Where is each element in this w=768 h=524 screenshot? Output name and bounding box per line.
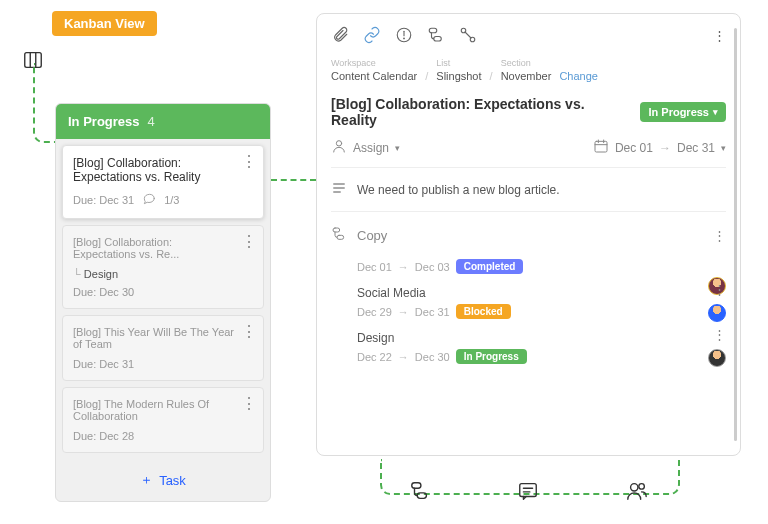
calendar-icon bbox=[593, 138, 609, 157]
subtask-menu-icon[interactable]: ⋮ bbox=[713, 327, 726, 342]
chevron-down-icon: ▾ bbox=[395, 143, 400, 153]
task-card[interactable]: [Blog] This Year Will Be The Year of Tea… bbox=[62, 315, 264, 381]
avatar[interactable] bbox=[708, 304, 726, 322]
task-card[interactable]: [Blog] The Modern Rules Of Collaboration… bbox=[62, 387, 264, 453]
card-menu-icon[interactable]: ⋮ bbox=[241, 396, 257, 412]
card-due: Due: Dec 28 bbox=[73, 430, 134, 442]
subtask-item[interactable]: Dec 01 → Dec 03 Completed bbox=[331, 253, 726, 280]
column-count: 4 bbox=[148, 114, 155, 129]
svg-rect-11 bbox=[595, 141, 607, 152]
assign-label: Assign bbox=[353, 141, 389, 155]
svg-rect-21 bbox=[417, 493, 426, 499]
add-task-button[interactable]: ＋ Task bbox=[56, 459, 270, 501]
subtask-title: Social Media bbox=[357, 286, 726, 300]
subtask-title: Design bbox=[357, 331, 726, 345]
assign-button[interactable]: Assign ▾ bbox=[331, 138, 400, 157]
date-end: Dec 31 bbox=[677, 141, 715, 155]
card-title: [Blog] The Modern Rules Of Collaboration bbox=[73, 398, 253, 422]
svg-rect-22 bbox=[520, 484, 537, 497]
breadcrumb-label: Workspace bbox=[331, 58, 417, 68]
add-task-label: Task bbox=[159, 473, 186, 488]
card-due: Due: Dec 31 bbox=[73, 194, 134, 206]
breadcrumb-label: Section bbox=[501, 58, 552, 68]
breadcrumb-label: List bbox=[436, 58, 481, 68]
date-range-button[interactable]: Dec 01 → Dec 31 ▾ bbox=[593, 138, 726, 157]
svg-rect-0 bbox=[25, 53, 42, 68]
card-menu-icon[interactable]: ⋮ bbox=[241, 234, 257, 250]
people-icon bbox=[626, 480, 648, 505]
card-due: Due: Dec 30 bbox=[73, 286, 134, 298]
svg-point-10 bbox=[336, 141, 341, 146]
task-detail-panel: ⋮ WorkspaceContent Calendar / ListSlings… bbox=[316, 13, 741, 456]
svg-point-25 bbox=[630, 484, 637, 491]
subtask-menu-icon[interactable]: ⋮ bbox=[713, 282, 726, 297]
card-comments: 1/3 bbox=[164, 194, 179, 206]
task-card[interactable]: [Blog] Collaboration: Expectations vs. R… bbox=[62, 145, 264, 219]
status-dropdown[interactable]: In Progress ▾ bbox=[640, 102, 726, 122]
column-title: In Progress bbox=[68, 114, 140, 129]
breadcrumb-workspace[interactable]: Content Calendar bbox=[331, 70, 417, 82]
breadcrumb-list[interactable]: Slingshot bbox=[436, 70, 481, 82]
subtask-end: Dec 30 bbox=[415, 351, 450, 363]
svg-point-26 bbox=[639, 484, 645, 490]
task-card[interactable]: [Blog] Collaboration: Expectations vs. R… bbox=[62, 225, 264, 309]
svg-rect-19 bbox=[337, 235, 344, 239]
connector-line bbox=[271, 179, 316, 181]
avatar[interactable] bbox=[708, 349, 726, 367]
arrow-right-icon: → bbox=[398, 306, 409, 318]
subtask-item[interactable]: Design Dec 22 → Dec 30 In Progress ⋮ bbox=[331, 325, 726, 370]
card-title: [Blog] Collaboration: Expectations vs. R… bbox=[73, 156, 253, 184]
card-parent-title: [Blog] Collaboration: Expectations vs. R… bbox=[73, 236, 253, 260]
subtask-menu-icon[interactable]: ⋮ bbox=[713, 228, 726, 243]
plus-icon: ＋ bbox=[140, 471, 153, 489]
svg-point-5 bbox=[404, 38, 405, 39]
subtask-icon bbox=[331, 226, 347, 245]
more-menu-icon[interactable]: ⋮ bbox=[713, 28, 726, 43]
chevron-down-icon: ▾ bbox=[721, 143, 726, 153]
svg-rect-20 bbox=[412, 483, 421, 489]
card-title: [Blog] This Year Will Be The Year of Tea… bbox=[73, 326, 253, 350]
svg-rect-7 bbox=[434, 37, 442, 42]
card-menu-icon[interactable]: ⋮ bbox=[241, 154, 257, 170]
subtask-end: Dec 31 bbox=[415, 306, 450, 318]
svg-rect-6 bbox=[429, 28, 437, 33]
subtask-indent-icon: └ bbox=[73, 268, 84, 280]
subtask-end: Dec 03 bbox=[415, 261, 450, 273]
task-title[interactable]: [Blog] Collaboration: Expectations vs. R… bbox=[331, 96, 632, 128]
status-label: In Progress bbox=[648, 106, 709, 118]
breadcrumb-change-link[interactable]: Change bbox=[559, 70, 598, 82]
kanban-column: In Progress 4 [Blog] Collaboration: Expe… bbox=[55, 103, 271, 502]
card-menu-icon[interactable]: ⋮ bbox=[241, 324, 257, 340]
arrow-right-icon: → bbox=[398, 261, 409, 273]
date-start: Dec 01 bbox=[615, 141, 653, 155]
bottom-icon-row bbox=[316, 480, 741, 505]
subtask-item[interactable]: Social Media Dec 29 → Dec 31 Blocked ⋮ bbox=[331, 280, 726, 325]
card-title: Design bbox=[84, 268, 118, 280]
subtasks-label: Copy bbox=[357, 228, 387, 243]
priority-icon[interactable] bbox=[395, 26, 413, 44]
svg-rect-18 bbox=[333, 228, 340, 232]
dependency-icon[interactable] bbox=[459, 26, 477, 44]
status-pill: In Progress bbox=[456, 349, 527, 364]
subtask-start: Dec 29 bbox=[357, 306, 392, 318]
chevron-down-icon: ▾ bbox=[713, 107, 718, 117]
subtask-icon bbox=[409, 480, 431, 505]
comment-icon bbox=[517, 480, 539, 505]
columns-icon bbox=[22, 49, 44, 74]
link-icon[interactable] bbox=[363, 26, 381, 44]
task-description[interactable]: We need to publish a new blog article. bbox=[357, 183, 560, 197]
subtask-icon[interactable] bbox=[427, 26, 445, 44]
kanban-view-label: Kanban View bbox=[52, 11, 157, 36]
arrow-right-icon: → bbox=[398, 351, 409, 363]
status-pill: Blocked bbox=[456, 304, 511, 319]
subtask-start: Dec 01 bbox=[357, 261, 392, 273]
status-pill: Completed bbox=[456, 259, 524, 274]
attachment-icon[interactable] bbox=[331, 26, 349, 44]
breadcrumb: WorkspaceContent Calendar / ListSlingsho… bbox=[331, 58, 726, 82]
card-due: Due: Dec 31 bbox=[73, 358, 134, 370]
user-icon bbox=[331, 138, 347, 157]
comment-icon bbox=[142, 192, 156, 208]
subtask-start: Dec 22 bbox=[357, 351, 392, 363]
breadcrumb-section[interactable]: November bbox=[501, 70, 552, 82]
arrow-right-icon: → bbox=[659, 141, 671, 155]
